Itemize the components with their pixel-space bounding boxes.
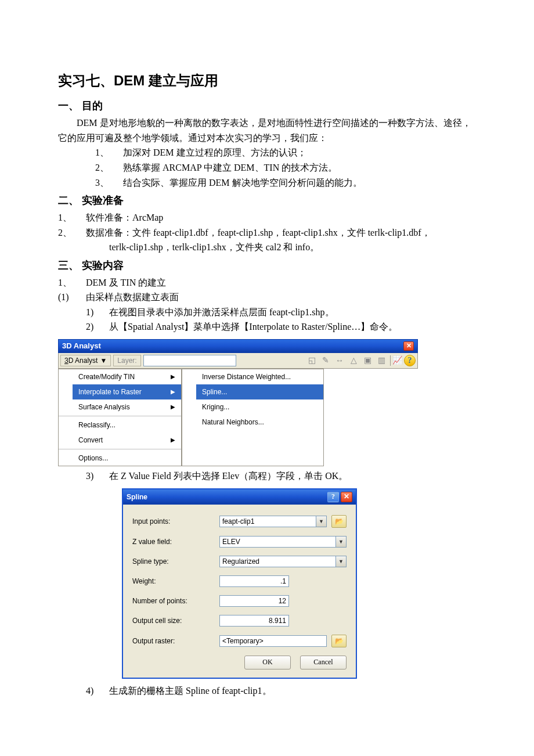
- menu-item-options[interactable]: Options...: [73, 451, 181, 466]
- menu-item-surface[interactable]: Surface Analysis▶: [73, 399, 181, 415]
- submenu-arrow-icon: ▶: [171, 388, 175, 395]
- step-num: 2): [86, 319, 109, 334]
- label-spline-type: Spline type:: [132, 557, 219, 566]
- tool-icon[interactable]: ✎: [320, 355, 331, 366]
- toolbar-titlebar: 3D Analyst ✕: [58, 339, 418, 353]
- s3-num: (1): [58, 290, 86, 305]
- s2-text: 软件准备：ArcMap: [86, 210, 163, 225]
- menu-item-natural[interactable]: Natural Neighbors...: [196, 415, 323, 430]
- submenu-arrow-icon: ▶: [171, 373, 175, 380]
- help-icon[interactable]: ?: [404, 355, 416, 366]
- label-weight: Weight:: [132, 577, 219, 585]
- toolbar-body: 3D Analyst▼ Layer: ◱ ✎ ↔ △ ▣ ▥ 📈 ?: [58, 353, 418, 369]
- s1-item-text: 加深对 DEM 建立过程的原理、方法的认识；: [123, 145, 306, 160]
- tool-icon[interactable]: ▥: [376, 355, 387, 366]
- s1-item-text: 结合实际、掌握应用 DEM 解决地学空间分析问题的能力。: [123, 175, 362, 190]
- analyst-screenshot: 3D Analyst ✕ 3D Analyst▼ Layer: ◱ ✎ ↔ △ …: [58, 339, 418, 466]
- menu-left: Create/Modify TIN▶ Interpolate to Raster…: [58, 369, 182, 466]
- menu-right: Inverse Distance Weighted... Spline... K…: [182, 369, 324, 466]
- step-text: 生成新的栅格主题 Spline of feapt-clip1。: [109, 683, 272, 699]
- dialog-titlebar: Spline ? ✕: [123, 489, 356, 505]
- menu-item-convert[interactable]: Convert▶: [73, 433, 181, 448]
- npoints-field[interactable]: 12: [219, 595, 289, 607]
- s2-num: 2、: [58, 225, 86, 240]
- s3-num: 1、: [58, 275, 86, 290]
- tool-icon[interactable]: △: [348, 355, 359, 366]
- step-text: 在视图目录表中添加并激活采样点层面 feapt-clip1.shp。: [109, 305, 334, 320]
- step-text: 从【Spatial Analyst】菜单中选择【Interpolate to R…: [109, 319, 398, 334]
- s2-num: 1、: [58, 210, 86, 225]
- menu-item-reclassify[interactable]: Reclassify...: [73, 417, 181, 433]
- chevron-down-icon[interactable]: ▼: [336, 536, 347, 548]
- open-folder-icon[interactable]: 📂: [331, 515, 347, 528]
- z-value-field[interactable]: ELEV: [219, 536, 336, 548]
- section-1-head: 一、 目的: [58, 98, 476, 114]
- step-text: 在 Z Value Field 列表中选择 Elev（高程）字段，单击 OK。: [109, 469, 348, 484]
- dialog-help-icon[interactable]: ?: [327, 492, 339, 502]
- tool-icon[interactable]: ▣: [362, 355, 373, 366]
- close-icon[interactable]: ✕: [341, 492, 352, 502]
- open-folder-icon[interactable]: 📂: [331, 635, 347, 647]
- submenu-arrow-icon: ▶: [171, 404, 175, 410]
- label-input-points: Input points:: [132, 517, 219, 525]
- toolbar-title-text: 3D Analyst: [62, 341, 101, 350]
- menu-item-create-tin[interactable]: Create/Modify TIN▶: [73, 369, 181, 384]
- ok-button[interactable]: OK: [244, 656, 291, 669]
- chevron-down-icon[interactable]: ▼: [316, 516, 327, 527]
- step-num: 3): [86, 469, 109, 484]
- cellsize-field[interactable]: 8.911: [219, 615, 289, 627]
- page-title: 实习七、DEM 建立与应用: [58, 70, 476, 92]
- close-icon[interactable]: ✕: [403, 341, 414, 351]
- label-outraster: Output raster:: [132, 637, 219, 645]
- tool-icon[interactable]: ◱: [306, 355, 317, 366]
- weight-field[interactable]: .1: [219, 575, 289, 587]
- submenu-arrow-icon: ▶: [171, 437, 175, 443]
- menu-item-kriging[interactable]: Kriging...: [196, 399, 323, 415]
- label-z-value: Z value field:: [132, 538, 219, 546]
- menu-item-idw[interactable]: Inverse Distance Weighted...: [196, 369, 323, 384]
- analyst-menu-button[interactable]: 3D Analyst▼: [60, 355, 111, 366]
- s1-item-num: 3、: [95, 175, 123, 190]
- s1-item-num: 2、: [95, 160, 123, 175]
- section-2-head: 二、 实验准备: [58, 192, 476, 209]
- chevron-down-icon: ▼: [100, 357, 107, 365]
- analyst-menu-label: 3D Analyst: [64, 357, 98, 365]
- tool-icon[interactable]: 📈: [390, 355, 400, 366]
- s3-text: DEM 及 TIN 的建立: [86, 275, 166, 290]
- step-num: 4): [86, 683, 109, 699]
- dialog-title-text: Spline: [127, 493, 147, 501]
- tool-icon[interactable]: ↔: [334, 355, 345, 366]
- label-cellsize: Output cell size:: [132, 617, 219, 625]
- step-num: 1): [86, 305, 109, 320]
- section-3-head: 三、 实验内容: [58, 257, 476, 274]
- menu-item-interpolate[interactable]: Interpolate to Raster▶: [73, 384, 181, 399]
- spline-dialog: Spline ? ✕ Input points: feapt-clip1 ▼ 📂…: [122, 488, 357, 679]
- s2-cont: terlk-clip1.shp，terlk-clip1.shx，文件夹 cal2…: [58, 240, 476, 255]
- chevron-down-icon[interactable]: ▼: [336, 556, 347, 567]
- menu-item-spline[interactable]: Spline...: [196, 384, 323, 399]
- input-points-field[interactable]: feapt-clip1: [219, 516, 316, 527]
- s3-text: 由采样点数据建立表面: [86, 290, 179, 305]
- s2-text: 数据准备：文件 feapt-clip1.dbf，feapt-clip1.shp，…: [86, 225, 431, 240]
- label-npoints: Number of points:: [132, 597, 219, 605]
- spline-type-field[interactable]: Regularized: [219, 556, 336, 567]
- layer-label: Layer:: [113, 355, 140, 366]
- s1-item-text: 熟练掌握 ARCMAP 中建立 DEM、TIN 的技术方法。: [123, 160, 337, 175]
- cancel-button[interactable]: Cancel: [300, 656, 347, 669]
- layer-select[interactable]: [143, 355, 236, 366]
- section-1-para: DEM 是对地形地貌的一种离散的数字表达，是对地面特性进行空间描述的一种数字方法…: [58, 116, 476, 145]
- s1-item-num: 1、: [95, 145, 123, 160]
- outraster-field[interactable]: <Temporary>: [219, 635, 327, 647]
